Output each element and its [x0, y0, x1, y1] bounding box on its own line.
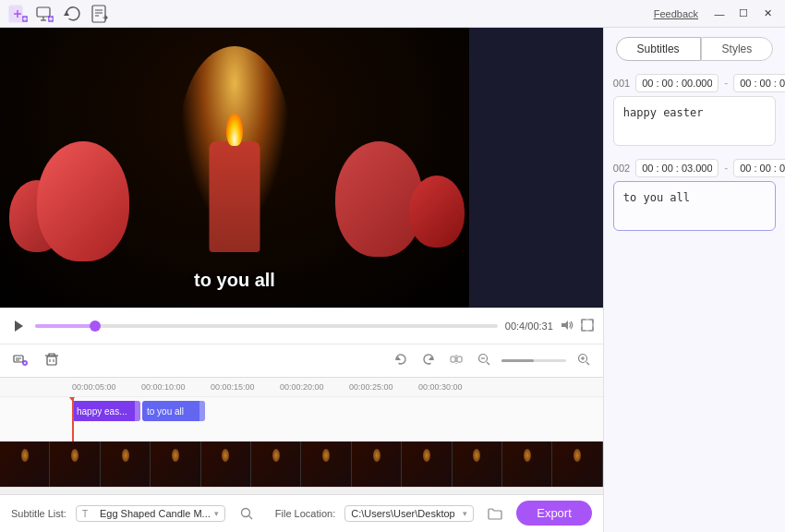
subtitle-clip-happy-easter[interactable]: happy eas...	[72, 401, 140, 421]
timeline-ruler: 00:00:05:00 00:00:10:00 00:00:15:00 00:0…	[0, 377, 603, 397]
time-separator-2: -	[724, 162, 728, 175]
svg-line-41	[586, 362, 589, 365]
zoom-out-btn[interactable]	[474, 351, 494, 370]
add-subtitle-btn[interactable]	[9, 350, 31, 371]
ruler-mark-5: 00:00:05:00	[72, 382, 141, 392]
playhead[interactable]	[72, 397, 74, 441]
entry-2-num: 002	[613, 163, 630, 174]
thumb-4	[151, 441, 200, 487]
video-scene: to you all	[0, 28, 469, 308]
svg-rect-13	[92, 6, 105, 22]
file-location-label: File Location:	[275, 508, 335, 519]
thumbnail-strip	[0, 441, 603, 487]
entry-2-header: 002 - + ✕	[613, 159, 776, 177]
tabs-row: Subtitles Styles	[604, 28, 785, 70]
expand-icon[interactable]	[581, 319, 594, 334]
left-panel: to you all 00:4/00:31	[0, 28, 603, 532]
timeline-left-tools	[9, 350, 63, 371]
zoom-in-btn[interactable]	[574, 351, 594, 370]
subtitle-list-label: Subtitle List:	[11, 508, 66, 519]
svg-rect-19	[582, 320, 593, 331]
entry-1-text[interactable]: happy easter	[613, 96, 776, 146]
timeline-toolbar	[0, 344, 603, 376]
titlebar-left	[7, 4, 111, 24]
delete-subtitle-btn[interactable]	[41, 350, 63, 371]
folder-button[interactable]	[483, 502, 507, 526]
timeline-tracks: happy eas... to you all	[0, 396, 603, 441]
entry-1-end-time[interactable]	[733, 74, 785, 92]
ruler-marks: 00:00:05:00 00:00:10:00 00:00:15:00 00:0…	[72, 382, 488, 392]
feedback-link[interactable]: Feedback	[654, 8, 698, 19]
egg-small-right	[409, 175, 465, 248]
thumb-2	[50, 441, 100, 487]
svg-text:T: T	[82, 509, 88, 519]
entry-1-start-time[interactable]	[635, 74, 719, 92]
rotate-icon[interactable]	[63, 4, 83, 24]
ruler-mark-30: 00:00:30:00	[418, 382, 488, 392]
timeline-right-tools	[391, 351, 594, 370]
entry-2-start-time[interactable]	[635, 159, 719, 177]
zoom-fill	[501, 359, 534, 362]
volume-icon[interactable]	[561, 319, 574, 334]
minimize-button[interactable]: —	[709, 4, 730, 24]
bottom-bar: Subtitle List: T Egg Shaped Candle M... …	[0, 494, 603, 532]
thumb-12	[552, 441, 602, 487]
thumb-6	[251, 441, 301, 487]
thumb-3	[101, 441, 151, 487]
svg-marker-18	[562, 320, 568, 330]
file-path-select[interactable]: C:\Users\User\Desktop ▾	[344, 505, 474, 522]
svg-marker-12	[64, 11, 69, 16]
candle-body	[210, 141, 260, 252]
video-player: to you all	[0, 28, 469, 308]
zoom-slider[interactable]	[501, 359, 566, 362]
export-file-icon[interactable]	[91, 4, 111, 24]
thumb-10	[453, 441, 502, 487]
entry-2-end-time[interactable]	[733, 159, 785, 177]
ruler-mark-25: 00:00:25:00	[349, 382, 418, 392]
subtitle-entries: 001 - + ✕ happy easter 002 - + ✕	[604, 70, 785, 532]
ruler-mark-15: 00:00:15:00	[211, 382, 280, 392]
undo-btn[interactable]	[391, 351, 411, 370]
clip-resize-handle-2[interactable]	[199, 401, 205, 421]
timeline-scrollbar[interactable]	[0, 487, 603, 494]
file-path-value: C:\Users\User\Desktop	[351, 508, 459, 519]
redo-btn[interactable]	[418, 351, 439, 370]
egg-left	[37, 141, 129, 261]
maximize-button[interactable]: ☐	[733, 4, 754, 24]
svg-line-37	[487, 362, 489, 365]
playback-bar: 00:4/00:31	[0, 308, 603, 344]
main-area: to you all 00:4/00:31	[0, 28, 785, 532]
progress-track[interactable]	[35, 324, 498, 328]
clip-label-happy: happy eas...	[77, 406, 127, 417]
clip-label-toyou: to you all	[147, 406, 184, 417]
entry-2-text[interactable]: to you all	[613, 181, 776, 231]
svg-rect-6	[37, 7, 50, 17]
tab-styles[interactable]: Styles	[701, 37, 774, 61]
subtitle-clip-to-you-all[interactable]: to you all	[142, 401, 205, 421]
add-file-icon[interactable]	[7, 4, 28, 24]
thumb-8	[352, 441, 402, 487]
tab-subtitles[interactable]: Subtitles	[616, 37, 701, 61]
thumb-9	[402, 441, 452, 487]
close-button[interactable]: ✕	[757, 4, 778, 24]
thumb-1	[0, 441, 50, 487]
ruler-mark-10: 00:00:10:00	[141, 382, 211, 392]
add-screen-icon[interactable]	[35, 4, 55, 24]
svg-marker-17	[15, 320, 23, 332]
time-separator-1: -	[724, 77, 728, 90]
thumb-7	[301, 441, 351, 487]
svg-point-43	[241, 508, 249, 516]
search-button[interactable]	[235, 502, 259, 526]
chevron-down-icon: ▾	[214, 509, 219, 518]
subtitle-list-select[interactable]: T Egg Shaped Candle M... ▾	[76, 505, 225, 522]
play-button[interactable]	[9, 317, 28, 335]
subtitle-file-name: Egg Shaped Candle M...	[100, 508, 211, 519]
svg-rect-33	[457, 357, 462, 362]
svg-rect-32	[451, 357, 455, 362]
thumb-5	[201, 441, 251, 487]
clip-resize-handle[interactable]	[135, 401, 140, 421]
split-btn[interactable]	[446, 351, 466, 370]
progress-thumb[interactable]	[90, 320, 101, 332]
progress-fill	[35, 324, 95, 328]
export-button[interactable]: Export	[516, 501, 592, 526]
